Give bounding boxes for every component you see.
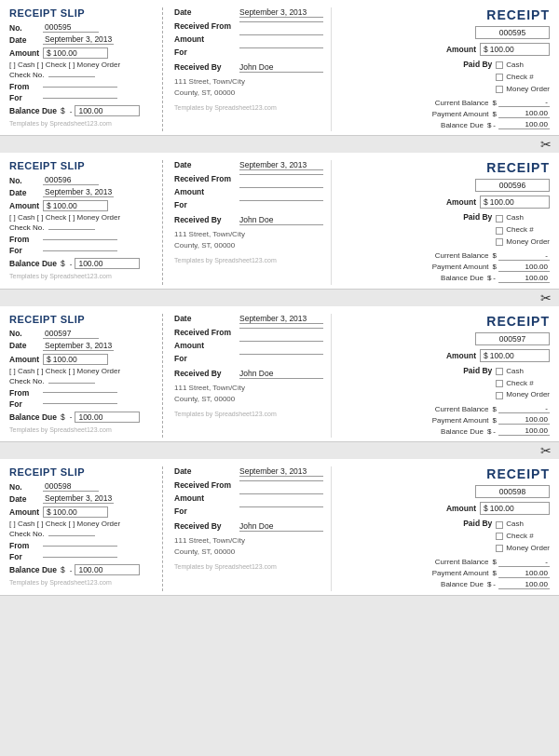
from-value (43, 546, 117, 547)
balance-dash: - (70, 566, 73, 574)
address-line1: 111 Street, Town/City (174, 535, 325, 547)
checkno-label: Check No. (9, 530, 44, 538)
slip-watermark: Templates by Spreadsheet123.com (9, 579, 157, 586)
receipt-balance-due-dash: - (493, 274, 496, 282)
middle-amount-value (239, 34, 323, 35)
current-balance-row: Current Balance $ - (343, 558, 550, 567)
payment-amount-label: Payment Amount (405, 110, 489, 118)
slip-amount-label: Amount (9, 201, 43, 210)
paid-by-label: Paid By (445, 519, 492, 554)
check-checkbox (496, 227, 503, 235)
current-balance-label: Current Balance (405, 251, 489, 260)
middle-section: Date September 3, 2013 Received From Amo… (169, 466, 332, 590)
receipt-amount-dollar: $ (484, 45, 488, 54)
current-balance-row: Current Balance $ - (343, 251, 550, 261)
balance-label: Balance Due (9, 106, 61, 115)
money-order-label: Money Order (506, 236, 550, 249)
slip-date-value: September 3, 2013 (43, 493, 114, 504)
paid-by-options: Cash Check # Money Order (496, 212, 550, 248)
cash-label: Cash (506, 519, 524, 531)
balance-due-row: Balance Due $ - 100.00 (343, 426, 550, 436)
current-balance-value: - (498, 404, 550, 413)
right-receipt: RECEIPT 000598 Amount $ 100.00 Paid By C… (337, 466, 550, 590)
received-by-label: Received By (174, 215, 239, 224)
for-label: For (9, 93, 43, 102)
slip-title: RECEIPT SLIP (9, 466, 157, 478)
address-block: 111 Street, Town/City County, ST, 00000 (174, 383, 325, 405)
received-from-value (239, 174, 323, 175)
check-option: Check # (496, 224, 550, 236)
slip-amount-box: $ 100.00 (43, 354, 108, 365)
current-balance-row: Current Balance $ - (343, 98, 550, 107)
check-checkbox (496, 380, 503, 387)
receipt-amount-dollar: $ (484, 504, 488, 513)
receipt-balance-due-dollar: $ (487, 274, 491, 282)
middle-watermark: Templates by Spreadsheet123.com (174, 104, 325, 111)
check-label: Check # (506, 224, 533, 236)
receipt-title: RECEIPT (343, 160, 550, 175)
balance-due-row: Balance Due $ - 100.00 (343, 580, 550, 589)
received-by-value: John Doe (239, 215, 323, 225)
received-from-value (239, 21, 323, 22)
left-slip: RECEIPT SLIP No. 000598 Date September 3… (9, 466, 163, 590)
from-value (43, 87, 117, 88)
receipt-amount-box: $ 100.00 (480, 502, 550, 515)
for-value (43, 403, 117, 404)
slip-amount-dollar: $ (47, 201, 51, 210)
slip-amount-box: $ 100.00 (43, 506, 108, 518)
middle-for-value (239, 200, 323, 201)
receipt-amount-label: Amount (402, 45, 476, 54)
middle-watermark: Templates by Spreadsheet123.com (174, 257, 325, 263)
cash-label: Cash (506, 212, 524, 224)
from-value (43, 392, 117, 393)
receipt-balance-due-label: Balance Due (400, 427, 484, 436)
receipt-amount-label: Amount (402, 504, 476, 513)
received-from-label: Received From (174, 480, 239, 490)
balance-value: 100.00 (75, 564, 140, 575)
payment-amount-row: Payment Amount $ 100.00 (343, 109, 550, 118)
balance-label: Balance Due (9, 412, 61, 422)
middle-amount-value (239, 493, 323, 494)
paid-by-options: Cash Check # Money Order (496, 366, 550, 401)
receipt-balance-due-label: Balance Due (400, 580, 484, 588)
slip-no-label: No. (9, 482, 43, 492)
middle-watermark: Templates by Spreadsheet123.com (174, 411, 325, 417)
scissors-icon: ✂ (540, 443, 552, 458)
received-from-value (239, 328, 323, 329)
money-order-checkbox (496, 545, 503, 552)
receipt-balance-due-dollar: $ (487, 121, 491, 129)
slip-amount-label: Amount (9, 355, 43, 364)
checkno-label: Check No. (9, 223, 44, 232)
middle-for-value (239, 506, 323, 507)
money-order-label: Money Order (506, 389, 550, 401)
balance-label: Balance Due (9, 565, 61, 574)
receipt-balance-due-value: 100.00 (498, 274, 550, 283)
for-value (43, 250, 117, 251)
slip-date-value: September 3, 2013 (43, 34, 114, 45)
from-label: From (9, 388, 43, 398)
current-balance-dollar: $ (493, 405, 497, 413)
current-balance-value: - (498, 558, 550, 567)
money-order-option: Money Order (496, 543, 550, 555)
receipt-amount-value: 100.00 (490, 351, 514, 360)
receipt-block-3: RECEIPT SLIP No. 000597 Date September 3… (0, 306, 559, 442)
receipt-balance-due-dash: - (493, 580, 496, 588)
middle-date-value: September 3, 2013 (239, 7, 323, 18)
checkno-row: Check No. (9, 223, 157, 232)
cash-label: Cash (506, 60, 524, 72)
slip-no-label: No. (9, 23, 43, 33)
slip-title: RECEIPT SLIP (9, 7, 157, 19)
address-line1: 111 Street, Town/City (174, 383, 325, 394)
payment-amount-dollar: $ (493, 569, 497, 577)
slip-no-label: No. (9, 176, 43, 185)
receipt-amount-box: $ 100.00 (480, 349, 550, 362)
payment-checkboxes: [ ] Cash [ ] Check [ ] Money Order (9, 61, 157, 69)
balance-value: 100.00 (75, 105, 140, 116)
slip-watermark: Templates by Spreadsheet123.com (9, 273, 157, 279)
middle-date-value: September 3, 2013 (239, 466, 323, 477)
payment-amount-row: Payment Amount $ 100.00 (343, 263, 550, 272)
address-block: 111 Street, Town/City County, ST, 00000 (174, 535, 325, 558)
paid-by-options: Cash Check # Money Order (496, 519, 550, 554)
receipt-balance-due-value: 100.00 (498, 426, 550, 436)
slip-date-value: September 3, 2013 (43, 187, 114, 197)
